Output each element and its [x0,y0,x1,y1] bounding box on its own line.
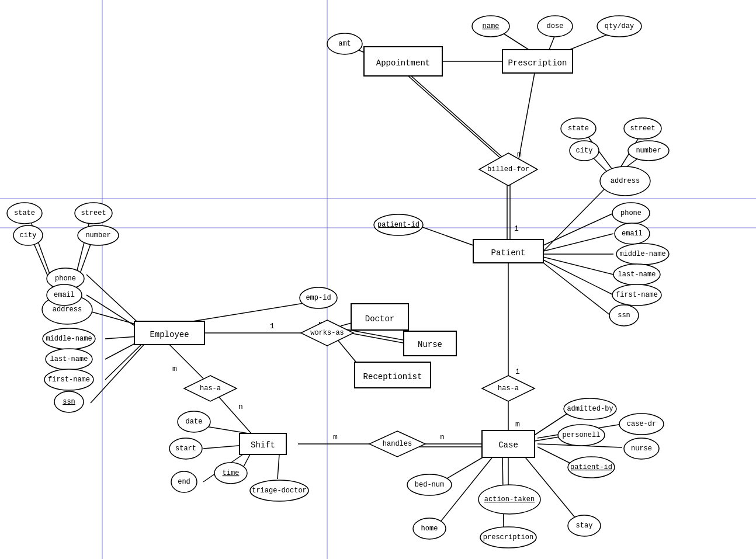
attr-case-actiontaken-label: action-taken [484,495,535,504]
attr-patient-state: state [561,118,596,139]
card-hasa-n: n [238,402,243,411]
attr-emp-lastname-label: last-name [50,355,88,363]
attr-patient-phone: phone [612,203,650,224]
rel-works-as: works-as [301,320,353,346]
attr-patient-lastname: last-name [613,264,660,285]
attr-shift-triage: triage-doctor [250,480,308,501]
entity-prescription: Prescription [502,50,573,73]
attr-case-admittedby-label: admitted-by [567,405,613,413]
entity-appointment: Appointment [364,47,442,76]
card-pat-hasa-1: 1 [515,367,520,376]
attr-patient-number-label: number [636,147,661,155]
attr-emp-middlename-label: middle-name [46,335,92,343]
conn-shift-triage [278,454,279,479]
attr-case-patientid-label: patient-id [570,463,612,471]
attr-shift-start-label: start [175,445,196,453]
attr-case-patientid: patient-id [568,457,615,478]
entity-case: Case [482,430,535,457]
attr-emp-firstname-label: first-name [48,376,90,384]
attr-shift-end: end [171,471,197,492]
attr-patient-middlename: middle-name [616,244,669,265]
attr-patient-id-label: patient-id [377,221,419,229]
attr-case-prescription: prescription [480,527,536,548]
entity-appointment-label: Appointment [376,58,430,68]
rel-has-a-patient-label: has-a [498,384,519,393]
attr-patient-phone-label: phone [620,209,641,217]
attr-emp-state-label: state [14,209,35,217]
attr-emp-address-label: address [53,305,82,314]
attr-patient-email-label: email [622,230,643,238]
attr-shift-start: start [169,438,202,459]
attr-patient-lastname-label: last-name [618,270,656,279]
attr-patient-ssn: ssn [609,305,639,326]
er-diagram-canvas: m 1 [0,0,756,559]
rel-works-as-label: works-as [310,329,344,337]
entity-shift-label: Shift [251,440,275,450]
attr-emp-number-label: number [85,231,110,239]
card-works-1: 1 [270,322,275,331]
conn-patient-phone [543,213,613,245]
attr-case-admittedby: admitted-by [564,398,616,419]
card-hasa-m: m [172,364,177,373]
attr-shift-end-label: end [178,478,190,486]
rel-has-a-patient: has-a [482,376,535,401]
attr-name: name [472,16,509,37]
conn-patient-email [543,234,613,251]
card-pat-hasa-m: m [515,420,520,429]
attr-emp-phone-label: phone [55,275,76,283]
attr-emp-lastname: last-name [46,349,92,370]
attr-shift-time: time [214,463,247,484]
attr-case-nurse: nurse [624,438,659,459]
conn-presc-dose [549,35,555,50]
attr-patient-address-label: address [611,177,640,185]
conn-presc-name [501,32,529,50]
diagram-svg: m 1 [0,0,756,559]
attr-emp-id-label: emp-id [306,294,331,302]
attr-case-prescription-label: prescription [483,533,533,541]
attr-emp-id: emp-id [300,287,337,308]
conn-appt-billed2 [408,73,504,159]
attr-emp-firstname: first-name [44,369,93,390]
entity-receptionist: Receptionist [355,362,431,388]
card-handles-n: n [440,433,445,442]
attr-qty-day: qty/day [597,16,641,37]
attr-case-stay-label: stay [576,522,593,530]
card-billed-1: 1 [514,224,519,233]
attr-case-nurse-label: nurse [631,445,652,453]
conn-presc-billed [519,73,535,159]
conn-patient-firstname [543,260,613,295]
attr-case-home-label: home [421,525,438,533]
entity-employee-label: Employee [150,330,189,339]
rel-has-a-employee-label: has-a [200,384,221,393]
entity-doctor-label: Doctor [365,314,394,324]
attr-case-bednum: bed-num [407,474,452,495]
attr-qty-day-label: qty/day [605,22,634,30]
attr-name-label: name [483,22,500,30]
attr-patient-email: email [615,223,650,244]
entity-prescription-label: Prescription [508,58,567,68]
attr-emp-street-label: street [81,209,106,217]
attr-shift-date: date [178,411,210,432]
attr-patient-ssn-label: ssn [618,311,630,320]
attr-case-home: home [413,518,446,539]
entity-patient: Patient [473,239,543,263]
attr-emp-ssn-label: ssn [63,398,75,406]
attr-emp-ssn: ssn [54,391,84,412]
card-handles-m: m [333,433,338,442]
attr-amt: amt [327,33,362,54]
attr-amt-label: amt [338,40,351,48]
attr-patient-id: patient-id [374,214,423,235]
attr-patient-middlename-label: middle-name [619,250,665,258]
attr-emp-middlename: middle-name [43,328,95,349]
rel-billed-for-label: billed-for [487,165,529,173]
attr-emp-number: number [78,225,119,245]
conn-patient-lastname [543,257,613,275]
attr-patient-city: city [570,141,599,161]
attr-case-stay: stay [568,515,601,536]
attr-case-casedr: case-dr [619,414,664,435]
attr-patient-address: address [600,166,650,196]
attr-emp-state: state [7,203,42,224]
entity-case-label: Case [498,440,518,450]
conn-appt-billed1 [405,73,501,159]
attr-emp-street: street [75,203,112,224]
